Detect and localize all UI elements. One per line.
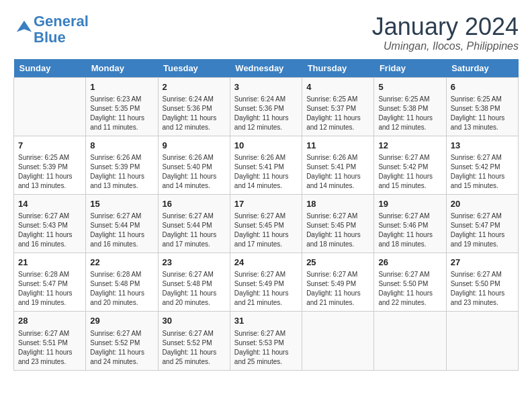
day-info: Sunrise: 6:27 AMSunset: 5:45 PMDaylight:… [234, 212, 298, 249]
logo-icon [15, 19, 34, 38]
calendar-week-row: 28Sunrise: 6:27 AMSunset: 5:51 PMDayligh… [14, 312, 519, 370]
day-info: Sunrise: 6:25 AMSunset: 5:38 PMDaylight:… [378, 95, 441, 132]
day-info: Sunrise: 6:27 AMSunset: 5:48 PMDaylight:… [163, 270, 226, 308]
day-info: Sunrise: 6:26 AMSunset: 5:40 PMDaylight:… [163, 153, 226, 191]
calendar-day-cell: 2Sunrise: 6:24 AMSunset: 5:36 PMDaylight… [158, 77, 230, 136]
day-info: Sunrise: 6:25 AMSunset: 5:38 PMDaylight:… [451, 95, 514, 132]
day-info: Sunrise: 6:24 AMSunset: 5:36 PMDaylight:… [163, 95, 226, 132]
day-number: 25 [306, 257, 369, 269]
day-number: 10 [234, 140, 298, 152]
calendar-day-cell: 11Sunrise: 6:26 AMSunset: 5:41 PMDayligh… [302, 136, 374, 194]
day-info: Sunrise: 6:24 AMSunset: 5:36 PMDaylight:… [234, 95, 298, 132]
day-number: 7 [18, 140, 81, 152]
calendar-day-cell: 24Sunrise: 6:27 AMSunset: 5:49 PMDayligh… [230, 253, 302, 312]
calendar-day-cell: 3Sunrise: 6:24 AMSunset: 5:36 PMDaylight… [230, 77, 302, 136]
day-number: 27 [451, 257, 514, 269]
calendar-day-cell: 21Sunrise: 6:28 AMSunset: 5:47 PMDayligh… [14, 253, 86, 312]
day-info: Sunrise: 6:27 AMSunset: 5:52 PMDaylight:… [163, 329, 226, 367]
calendar-header-cell: Sunday [14, 59, 86, 78]
day-info: Sunrise: 6:25 AMSunset: 5:37 PMDaylight:… [306, 95, 369, 132]
day-number: 4 [306, 81, 369, 93]
day-info: Sunrise: 6:26 AMSunset: 5:41 PMDaylight:… [306, 153, 369, 191]
day-info: Sunrise: 6:27 AMSunset: 5:50 PMDaylight:… [378, 270, 441, 308]
day-number: 17 [234, 198, 298, 210]
day-number: 9 [163, 140, 226, 152]
svg-marker-0 [17, 21, 32, 32]
day-info: Sunrise: 6:28 AMSunset: 5:48 PMDaylight:… [90, 270, 153, 308]
calendar-day-cell: 18Sunrise: 6:27 AMSunset: 5:45 PMDayligh… [302, 194, 374, 253]
day-info: Sunrise: 6:27 AMSunset: 5:52 PMDaylight:… [90, 329, 153, 367]
calendar-week-row: 14Sunrise: 6:27 AMSunset: 5:43 PMDayligh… [14, 194, 519, 253]
calendar-day-cell: 22Sunrise: 6:28 AMSunset: 5:48 PMDayligh… [86, 253, 158, 312]
day-number: 19 [378, 198, 441, 210]
calendar-header-cell: Monday [86, 59, 158, 78]
day-number: 21 [18, 257, 81, 269]
day-info: Sunrise: 6:27 AMSunset: 5:53 PMDaylight:… [234, 329, 298, 367]
calendar-day-cell: 10Sunrise: 6:26 AMSunset: 5:41 PMDayligh… [230, 136, 302, 194]
month-title: January 2024 [372, 13, 519, 40]
calendar-day-cell: 13Sunrise: 6:27 AMSunset: 5:42 PMDayligh… [446, 136, 518, 194]
calendar-body: 1Sunrise: 6:23 AMSunset: 5:35 PMDaylight… [14, 77, 519, 370]
calendar-day-cell: 7Sunrise: 6:25 AMSunset: 5:39 PMDaylight… [14, 136, 86, 194]
logo: General Blue [13, 13, 89, 46]
day-number: 26 [378, 257, 441, 269]
page-header: General Blue January 2024 Umingan, Iloco… [13, 13, 519, 52]
day-number: 22 [90, 257, 153, 269]
calendar-day-cell: 9Sunrise: 6:26 AMSunset: 5:40 PMDaylight… [158, 136, 230, 194]
day-number: 31 [234, 315, 298, 327]
day-info: Sunrise: 6:27 AMSunset: 5:49 PMDaylight:… [234, 270, 298, 308]
calendar-day-cell: 30Sunrise: 6:27 AMSunset: 5:52 PMDayligh… [158, 312, 230, 370]
calendar-day-cell: 26Sunrise: 6:27 AMSunset: 5:50 PMDayligh… [374, 253, 446, 312]
day-info: Sunrise: 6:27 AMSunset: 5:44 PMDaylight:… [90, 212, 153, 249]
day-number: 18 [306, 198, 369, 210]
day-number: 29 [90, 315, 153, 327]
calendar-day-cell: 15Sunrise: 6:27 AMSunset: 5:44 PMDayligh… [86, 194, 158, 253]
calendar-day-cell: 8Sunrise: 6:26 AMSunset: 5:39 PMDaylight… [86, 136, 158, 194]
calendar-day-cell: 31Sunrise: 6:27 AMSunset: 5:53 PMDayligh… [230, 312, 302, 370]
day-number: 24 [234, 257, 298, 269]
day-info: Sunrise: 6:27 AMSunset: 5:44 PMDaylight:… [163, 212, 226, 249]
calendar-day-cell: 29Sunrise: 6:27 AMSunset: 5:52 PMDayligh… [86, 312, 158, 370]
calendar-day-cell: 4Sunrise: 6:25 AMSunset: 5:37 PMDaylight… [302, 77, 374, 136]
calendar-day-cell: 20Sunrise: 6:27 AMSunset: 5:47 PMDayligh… [446, 194, 518, 253]
logo-line2: Blue [34, 29, 66, 46]
calendar-week-row: 21Sunrise: 6:28 AMSunset: 5:47 PMDayligh… [14, 253, 519, 312]
day-number: 23 [163, 257, 226, 269]
day-number: 30 [163, 315, 226, 327]
calendar-header-cell: Saturday [446, 59, 518, 78]
day-number: 11 [306, 140, 369, 152]
calendar-header-cell: Thursday [302, 59, 374, 78]
calendar-day-cell: 23Sunrise: 6:27 AMSunset: 5:48 PMDayligh… [158, 253, 230, 312]
calendar-day-cell: 17Sunrise: 6:27 AMSunset: 5:45 PMDayligh… [230, 194, 302, 253]
day-info: Sunrise: 6:27 AMSunset: 5:46 PMDaylight:… [378, 212, 441, 249]
title-block: January 2024 Umingan, Ilocos, Philippine… [372, 13, 519, 52]
day-info: Sunrise: 6:26 AMSunset: 5:39 PMDaylight:… [90, 153, 153, 191]
day-info: Sunrise: 6:27 AMSunset: 5:49 PMDaylight:… [306, 270, 369, 308]
day-number: 16 [163, 198, 226, 210]
calendar-day-cell [374, 312, 446, 370]
day-info: Sunrise: 6:27 AMSunset: 5:45 PMDaylight:… [306, 212, 369, 249]
day-number: 5 [378, 81, 441, 93]
day-number: 20 [451, 198, 514, 210]
calendar-day-cell: 19Sunrise: 6:27 AMSunset: 5:46 PMDayligh… [374, 194, 446, 253]
day-info: Sunrise: 6:25 AMSunset: 5:39 PMDaylight:… [18, 153, 81, 191]
day-number: 2 [163, 81, 226, 93]
day-number: 12 [378, 140, 441, 152]
day-info: Sunrise: 6:27 AMSunset: 5:43 PMDaylight:… [18, 212, 81, 249]
day-info: Sunrise: 6:27 AMSunset: 5:42 PMDaylight:… [451, 153, 514, 191]
day-info: Sunrise: 6:27 AMSunset: 5:51 PMDaylight:… [18, 329, 81, 367]
calendar-day-cell [14, 77, 86, 136]
day-info: Sunrise: 6:26 AMSunset: 5:41 PMDaylight:… [234, 153, 298, 191]
day-number: 28 [18, 315, 81, 327]
day-info: Sunrise: 6:27 AMSunset: 5:47 PMDaylight:… [451, 212, 514, 249]
day-number: 1 [90, 81, 153, 93]
day-info: Sunrise: 6:28 AMSunset: 5:47 PMDaylight:… [18, 270, 81, 308]
calendar-day-cell: 12Sunrise: 6:27 AMSunset: 5:42 PMDayligh… [374, 136, 446, 194]
day-number: 6 [451, 81, 514, 93]
day-number: 3 [234, 81, 298, 93]
calendar-day-cell: 5Sunrise: 6:25 AMSunset: 5:38 PMDaylight… [374, 77, 446, 136]
calendar-table: SundayMondayTuesdayWednesdayThursdayFrid… [13, 59, 519, 371]
calendar-day-cell [302, 312, 374, 370]
calendar-day-cell: 16Sunrise: 6:27 AMSunset: 5:44 PMDayligh… [158, 194, 230, 253]
day-info: Sunrise: 6:27 AMSunset: 5:42 PMDaylight:… [378, 153, 441, 191]
